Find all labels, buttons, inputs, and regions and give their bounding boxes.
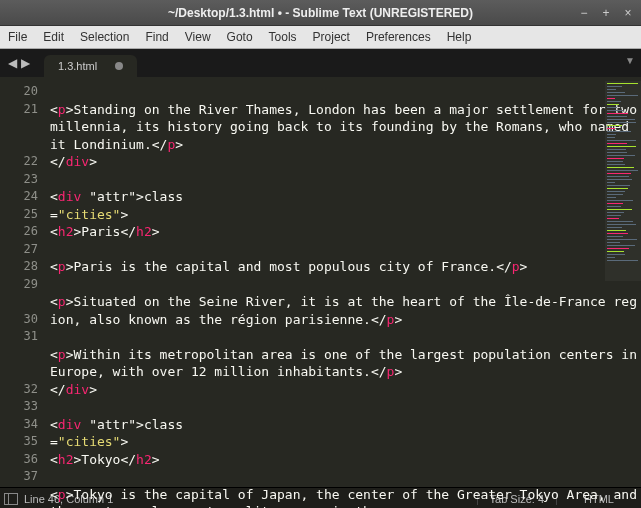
dirty-indicator-icon [115,62,123,70]
tab-strip: ◀ ▶ 1.3.html ▼ [0,49,641,77]
code-content[interactable]: <p>Standing on the River Thames, London … [44,77,641,487]
panels-icon[interactable] [4,493,18,505]
menu-project[interactable]: Project [305,30,358,44]
nav-forward-icon[interactable]: ▶ [19,56,32,70]
menu-selection[interactable]: Selection [72,30,137,44]
menu-preferences[interactable]: Preferences [358,30,439,44]
maximize-icon[interactable]: + [597,6,615,20]
window-controls: − + × [575,6,637,20]
tab-nav-arrows: ◀ ▶ [0,49,38,77]
close-icon[interactable]: × [619,6,637,20]
window-title: ~/Desktop/1.3.html • - Sublime Text (UNR… [168,6,473,20]
editor[interactable]: 2021 2223242526272829 3031 323334353637 … [0,77,641,487]
tab-label: 1.3.html [58,60,97,72]
minimize-icon[interactable]: − [575,6,593,20]
nav-back-icon[interactable]: ◀ [6,56,19,70]
tabs-menu-icon[interactable]: ▼ [625,55,635,66]
menu-help[interactable]: Help [439,30,480,44]
window-titlebar: ~/Desktop/1.3.html • - Sublime Text (UNR… [0,0,641,26]
menu-edit[interactable]: Edit [35,30,72,44]
menu-file[interactable]: File [0,30,35,44]
menu-find[interactable]: Find [137,30,176,44]
menu-goto[interactable]: Goto [219,30,261,44]
line-gutter: 2021 2223242526272829 3031 323334353637 [0,77,44,487]
menu-tools[interactable]: Tools [261,30,305,44]
tab-file[interactable]: 1.3.html [44,55,137,77]
menu-view[interactable]: View [177,30,219,44]
menubar: File Edit Selection Find View Goto Tools… [0,26,641,49]
